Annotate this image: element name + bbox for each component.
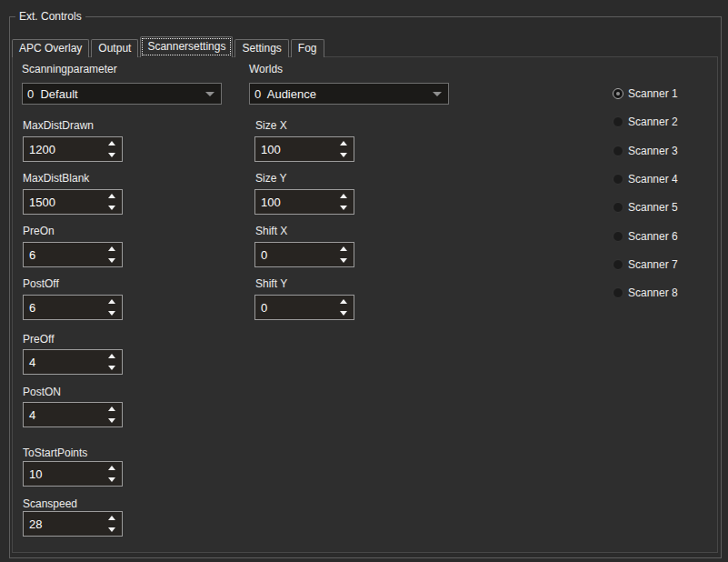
section-label-worlds: Worlds (249, 63, 283, 75)
spin-up-icon[interactable] (108, 246, 115, 251)
radio-icon[interactable] (613, 202, 623, 213)
worlds-dropdown[interactable]: 0 Audience (249, 83, 449, 105)
radio-scanner-6[interactable]: Scanner 6 (613, 230, 678, 243)
radio-label: Scanner 5 (628, 201, 678, 214)
radio-icon[interactable] (613, 146, 623, 156)
field-label-shift-x: Shift X (255, 225, 287, 237)
radio-label: Scanner 3 (628, 145, 678, 157)
spin-down-icon[interactable] (108, 206, 115, 210)
spinner-size-y[interactable]: 100 (254, 189, 354, 215)
spin-down-icon[interactable] (108, 311, 115, 316)
field-label-size-x: Size X (255, 119, 287, 132)
field-label-poston: PostON (23, 386, 61, 398)
spin-down-icon[interactable] (108, 477, 115, 482)
tab-apc-overlay[interactable]: APC Overlay (12, 39, 89, 57)
spin-up-icon[interactable] (108, 299, 115, 304)
spinner-value[interactable]: 4 (29, 408, 35, 422)
spinner-tostartpoints[interactable]: 10 (23, 461, 123, 487)
radio-scanner-2[interactable]: Scanner 2 (613, 115, 678, 128)
radio-label: Scanner 1 (628, 87, 678, 100)
tab-scannersettings[interactable]: Scannersettings (140, 36, 233, 57)
spinner-value[interactable]: 6 (29, 248, 35, 262)
spinner-value[interactable]: 1200 (29, 143, 55, 156)
spin-up-icon[interactable] (340, 246, 347, 251)
spinner-value[interactable]: 10 (29, 467, 42, 481)
radio-label: Scanner 2 (628, 115, 678, 128)
field-label-maxdistdrawn: MaxDistDrawn (23, 119, 94, 132)
spinner-value[interactable]: 0 (261, 301, 267, 315)
ext-controls-groupbox: Ext. Controls APC Overlay Output Scanner… (9, 16, 722, 558)
spin-up-icon[interactable] (340, 299, 347, 304)
spin-down-icon[interactable] (108, 153, 115, 157)
spinner-maxdistblank[interactable]: 1500 (23, 189, 123, 215)
radio-scanner-8[interactable]: Scanner 8 (613, 286, 678, 299)
spinner-postoff[interactable]: 6 (23, 295, 123, 320)
field-label-preon: PreOn (23, 225, 55, 237)
radio-icon[interactable] (613, 259, 623, 270)
spinner-preoff[interactable]: 4 (23, 349, 123, 375)
spin-up-icon[interactable] (108, 466, 115, 470)
spinner-maxdistdrawn[interactable]: 1200 (23, 136, 123, 162)
section-label-scanningparameter: Scanningparameter (22, 63, 117, 75)
spin-down-icon[interactable] (108, 258, 115, 263)
radio-label: Scanner 8 (628, 286, 678, 299)
spin-up-icon[interactable] (108, 406, 115, 411)
field-label-size-y: Size Y (255, 172, 286, 185)
spinner-value[interactable]: 100 (261, 143, 281, 156)
radio-scanner-7[interactable]: Scanner 7 (613, 258, 678, 271)
radio-icon[interactable] (613, 287, 623, 298)
field-label-tostartpoints: ToStartPoints (23, 447, 87, 459)
spin-down-icon[interactable] (340, 311, 347, 316)
dropdown-value: 0 Default (23, 87, 221, 101)
radio-scanner-5[interactable]: Scanner 5 (613, 201, 678, 214)
scannersettings-page: Scanningparameter 0 Default MaxDistDrawn… (12, 56, 718, 553)
radio-scanner-1[interactable]: Scanner 1 (613, 87, 678, 100)
tab-bar: APC Overlay Output Scannersettings Setti… (12, 36, 326, 57)
scanningparameter-dropdown[interactable]: 0 Default (22, 83, 222, 105)
radio-icon[interactable] (613, 88, 623, 99)
spin-down-icon[interactable] (108, 366, 115, 370)
spin-down-icon[interactable] (340, 206, 347, 210)
dropdown-value: 0 Audience (250, 87, 448, 101)
field-label-shift-y: Shift Y (255, 277, 287, 290)
field-label-preoff: PreOff (23, 333, 54, 346)
radio-scanner-3[interactable]: Scanner 3 (613, 145, 678, 157)
spin-up-icon[interactable] (340, 141, 347, 146)
spin-down-icon[interactable] (340, 258, 347, 263)
radio-icon[interactable] (613, 116, 623, 127)
chevron-down-icon[interactable] (433, 92, 442, 96)
spinner-value[interactable]: 1500 (29, 196, 55, 209)
spinner-value[interactable]: 0 (261, 248, 267, 262)
spin-down-icon[interactable] (340, 153, 347, 157)
spinner-value[interactable]: 4 (29, 356, 35, 369)
spinner-shift-y[interactable]: 0 (254, 295, 354, 320)
tab-settings[interactable]: Settings (234, 39, 288, 57)
radio-label: Scanner 7 (628, 258, 678, 271)
radio-icon[interactable] (613, 231, 623, 242)
radio-icon[interactable] (613, 174, 623, 185)
spin-up-icon[interactable] (108, 141, 115, 146)
radio-label: Scanner 6 (628, 230, 678, 243)
spinner-preon[interactable]: 6 (23, 242, 123, 267)
radio-scanner-4[interactable]: Scanner 4 (613, 173, 678, 186)
chevron-down-icon[interactable] (205, 92, 214, 96)
spin-down-icon[interactable] (108, 527, 115, 532)
field-label-scanspeed: Scanspeed (23, 497, 77, 510)
groupbox-title: Ext. Controls (15, 10, 85, 23)
spin-up-icon[interactable] (108, 516, 115, 520)
spinner-poston[interactable]: 4 (23, 402, 123, 427)
spinner-size-x[interactable]: 100 (254, 136, 354, 162)
tab-fog[interactable]: Fog (291, 39, 324, 57)
spin-up-icon[interactable] (108, 354, 115, 358)
field-label-postoff: PostOff (23, 277, 59, 290)
spin-down-icon[interactable] (108, 418, 115, 423)
spinner-value[interactable]: 28 (29, 517, 42, 531)
radio-label: Scanner 4 (628, 173, 678, 186)
spin-up-icon[interactable] (108, 194, 115, 198)
spinner-scanspeed[interactable]: 28 (23, 511, 123, 537)
spin-up-icon[interactable] (340, 194, 347, 198)
spinner-value[interactable]: 100 (261, 196, 281, 209)
spinner-value[interactable]: 6 (29, 301, 35, 315)
spinner-shift-x[interactable]: 0 (254, 242, 354, 267)
tab-output[interactable]: Output (91, 39, 138, 57)
